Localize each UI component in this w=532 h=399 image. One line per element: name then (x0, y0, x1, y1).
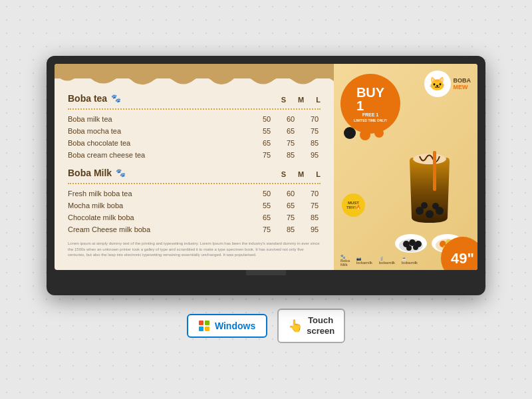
logo-name: BOBAMEW (454, 77, 471, 90)
boba-tea-title: Boba tea 🐾 (68, 93, 121, 104)
paw-icon: 🐾 (111, 94, 121, 103)
menu-item: Boba cream cheese tea 758595 (68, 149, 321, 161)
buy1-text: BUY1 (356, 86, 384, 112)
boba-milk-title: Boba Milk 🐾 (68, 168, 126, 178)
boba-milk-items: Fresh milk boba tea 506070 Mocha milk bo… (68, 188, 321, 235)
boba-tea-items: Boba milk tea 506070 Boba mocha tea 5565… (68, 113, 321, 161)
win-red-quad (199, 321, 203, 325)
menu-panel: Boba tea 🐾 S M L Boba milk tea 506070 (55, 64, 334, 270)
buy1-free1-badge: BUY1 FREE 1 LIMITED TIME ONLY! (340, 74, 400, 134)
menu-item: Boba mocha tea 556575 (68, 125, 321, 137)
svg-rect-1 (433, 151, 436, 191)
svg-point-12 (406, 245, 412, 251)
social-bar: 🐾 Boba Milk 📷 bobamilk 🧋 bobamilk ☕ boba… (340, 254, 404, 267)
windows-button-label: Windows (215, 321, 255, 331)
social-item: 🧋 bobamilk (379, 256, 395, 265)
boba-milk-section-header: Boba Milk 🐾 S M L (68, 168, 321, 184)
promo-panel: BUY1 FREE 1 LIMITED TIME ONLY! 🐱 BOBAMEW… (334, 64, 477, 270)
boba-milk-cols: S M L (281, 170, 321, 178)
menu-item: Chocolate milk boba 657585 (68, 211, 321, 223)
monitor-stand (55, 270, 477, 275)
must-try-badge: MUSTTRY!🔥 (342, 194, 365, 217)
free1-text: FREE 1 (362, 112, 379, 118)
touch-screen-button[interactable]: 👆 Touchscreen (277, 309, 345, 342)
logo-cat-icon: 🐱 (424, 70, 451, 97)
monitor-screen: Boba tea 🐾 S M L Boba milk tea 506070 (55, 64, 477, 270)
menu-item: Boba chocolate tea 657585 (68, 137, 321, 149)
svg-point-3 (426, 210, 434, 218)
monitor: Boba tea 🐾 S M L Boba milk tea 506070 (47, 56, 485, 295)
menu-item: Fresh milk boba tea 506070 (68, 188, 321, 200)
boba-tea-cols: S M L (281, 96, 321, 104)
menu-footer-text: Lorem ipsum at simply dummy text of the … (68, 241, 321, 257)
svg-point-13 (413, 245, 418, 250)
boba-cup-svg (406, 151, 453, 231)
win-green-quad (205, 321, 209, 325)
social-item: 🐾 Boba Milk (340, 254, 350, 267)
windows-icon (199, 321, 209, 331)
touch-icon: 👆 (288, 319, 303, 333)
paw-icon: 🐾 (116, 168, 126, 178)
win-yellow-quad (205, 327, 209, 331)
svg-point-5 (421, 202, 428, 209)
social-item: 📷 bobamilk (356, 256, 372, 265)
bottom-buttons: Windows 👆 Touchscreen (187, 309, 345, 342)
logo-area: 🐱 BOBAMEW (424, 70, 471, 97)
windows-button[interactable]: Windows (187, 314, 267, 338)
stand-neck (246, 270, 286, 275)
boba-tea-section-header: Boba tea 🐾 S M L (68, 93, 321, 110)
menu-item: Mocha milk boba 556575 (68, 200, 321, 211)
menu-item: Cream Cheese milk boba 758595 (68, 223, 321, 235)
social-item: ☕ bobamilk (402, 256, 418, 265)
win-blue-quad (199, 327, 203, 331)
touch-screen-label: Touchscreen (307, 315, 334, 336)
limited-time-text: LIMITED TIME ONLY! (354, 118, 387, 122)
menu-item: Boba milk tea 506070 (68, 113, 321, 125)
black-pearls-bowl (394, 233, 428, 253)
svg-point-6 (432, 203, 439, 209)
